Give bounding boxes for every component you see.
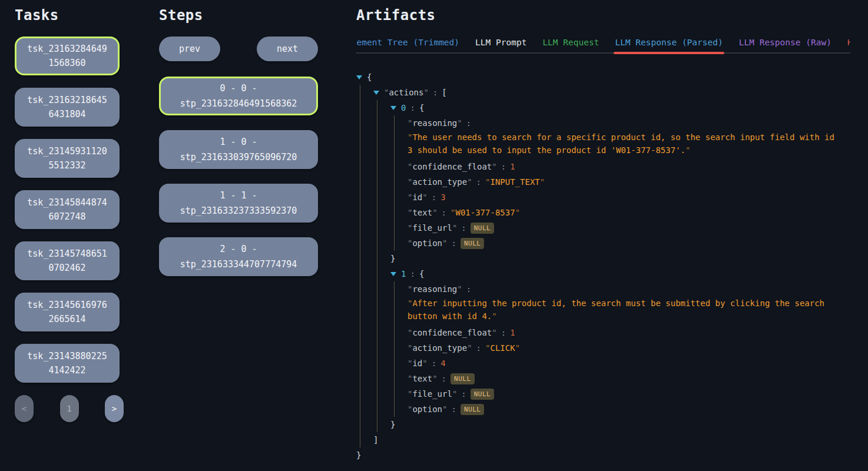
- pagination-next-button[interactable]: >: [105, 395, 124, 422]
- json-node: "id":4: [408, 356, 850, 371]
- json-toggle-row[interactable]: 1:{: [390, 266, 850, 281]
- json-children: 0:{"reasoning":"The user needs to search…: [377, 100, 850, 432]
- json-long-string-value: "The user needs to search for a specific…: [408, 131, 837, 157]
- json-leaf-row: "option":NULL: [408, 402, 850, 417]
- tasks-list: tsk_231632846491568360tsk_23163218645643…: [15, 37, 144, 383]
- collapse-triangle-icon[interactable]: [373, 91, 379, 95]
- json-node: "text":NULL: [408, 371, 850, 386]
- json-node: "file_url":NULL: [408, 220, 850, 236]
- tab-llm-prompt[interactable]: LLM Prompt: [475, 38, 526, 47]
- json-leaf-row: "id":4: [408, 356, 850, 371]
- task-button[interactable]: tsk_231457486510702462: [15, 241, 120, 280]
- tasks-panel: Tasks tsk_231632846491568360tsk_23163218…: [0, 0, 144, 471]
- json-leaf-row: "file_url":NULL: [408, 386, 850, 402]
- json-key: "file_url": [408, 388, 457, 400]
- artifacts-title: Artifacts: [356, 7, 850, 24]
- task-button[interactable]: tsk_231632846491568360: [15, 37, 120, 75]
- json-key: "text": [408, 207, 438, 218]
- json-children: "reasoning":"After inputting the product…: [394, 281, 850, 417]
- json-node: "confidence_float":1: [408, 325, 850, 340]
- json-node: "text":"W01-377-8537": [408, 205, 850, 220]
- json-node: 1:{"reasoning":"After inputting the prod…: [390, 266, 850, 432]
- json-node: "id":3: [408, 190, 850, 205]
- json-node: "action_type":"INPUT_TEXT": [408, 174, 850, 190]
- steps-panel: Steps prev next 0 - 0 - stp_231632846491…: [144, 0, 342, 471]
- json-toggle-row[interactable]: 0:{: [390, 100, 850, 115]
- steps-prev-button[interactable]: prev: [159, 37, 220, 61]
- json-node: {"actions":[0:{"reasoning":"The user nee…: [356, 69, 850, 463]
- tab-element-tree-trimmed[interactable]: Element Tree (Trimmed): [356, 38, 459, 47]
- json-leaf-row: "reasoning":: [408, 115, 850, 131]
- null-badge: NULL: [450, 373, 475, 384]
- json-leaf-row: "option":NULL: [408, 236, 850, 251]
- tasks-title: Tasks: [15, 7, 144, 24]
- json-toggle-row[interactable]: {: [356, 69, 850, 85]
- step-button[interactable]: 0 - 0 - stp_231632846491568362: [159, 77, 318, 115]
- json-number-value: 1: [510, 327, 515, 339]
- json-string-value: "W01-377-8537": [450, 207, 520, 218]
- json-long-string-value: "After inputting the product id, the sea…: [408, 297, 837, 323]
- json-close-row: ]: [373, 432, 850, 447]
- app-root: Tasks tsk_231632846491568360tsk_23163218…: [0, 0, 868, 471]
- steps-prevnext: prev next: [159, 37, 318, 61]
- task-button[interactable]: tsk_231459311205512332: [15, 139, 120, 178]
- json-close-row: }: [390, 417, 850, 432]
- json-node: "file_url":NULL: [408, 386, 850, 402]
- artifacts-panel: Artifacts Element Tree (Trimmed)LLM Prom…: [342, 0, 868, 471]
- json-close-row: }: [356, 447, 850, 463]
- null-badge: NULL: [460, 238, 485, 249]
- step-button[interactable]: 1 - 0 - stp_231633039765096720: [159, 130, 318, 169]
- tab-llm-response-parsed[interactable]: LLM Response (Parsed): [615, 38, 723, 47]
- task-button[interactable]: tsk_231458448746072748: [15, 190, 120, 229]
- json-key: "reasoning": [408, 117, 462, 129]
- json-array-index: 1: [401, 268, 406, 280]
- json-array-index: 0: [401, 102, 406, 114]
- null-badge: NULL: [460, 404, 485, 415]
- steps-title: Steps: [159, 7, 342, 24]
- json-leaf-row: "action_type":"INPUT_TEXT": [408, 174, 850, 190]
- collapse-triangle-icon[interactable]: [356, 75, 362, 79]
- json-leaf-row: "reasoning":: [408, 281, 850, 297]
- step-button[interactable]: 2 - 0 - stp_231633344707774794: [159, 237, 318, 276]
- json-key: "option": [408, 403, 447, 415]
- json-leaf-row: "file_url":NULL: [408, 220, 850, 236]
- json-string-value: "INPUT_TEXT": [485, 176, 545, 188]
- json-node: "confidence_float":1: [408, 159, 850, 174]
- json-node: "reasoning":"After inputting the product…: [408, 281, 850, 323]
- tabbar-baseline: [356, 52, 850, 54]
- json-tree-viewer: {"actions":[0:{"reasoning":"The user nee…: [356, 69, 850, 463]
- json-node: "actions":[0:{"reasoning":"The user need…: [373, 85, 850, 447]
- task-button[interactable]: tsk_231632186456431804: [15, 88, 120, 127]
- json-key: "reasoning": [408, 283, 462, 295]
- json-string-value: "CLICK": [485, 342, 520, 354]
- tab-html-raw[interactable]: Html (Raw): [847, 38, 850, 47]
- json-key: "file_url": [408, 222, 457, 234]
- json-key: "action_type": [408, 176, 472, 188]
- task-button[interactable]: tsk_231456169762665614: [15, 293, 120, 331]
- pagination-page-1-button[interactable]: 1: [60, 395, 79, 422]
- pagination-prev-button[interactable]: <: [15, 395, 34, 422]
- step-button[interactable]: 1 - 1 - stp_231633237333592370: [159, 184, 318, 223]
- tab-llm-response-raw[interactable]: LLM Response (Raw): [739, 38, 831, 47]
- tasks-pagination: < 1 >: [15, 395, 124, 422]
- tab-llm-request[interactable]: LLM Request: [542, 38, 599, 47]
- json-children: "actions":[0:{"reasoning":"The user need…: [360, 85, 850, 447]
- null-badge: NULL: [471, 223, 495, 234]
- null-badge: NULL: [471, 389, 495, 400]
- json-key: "actions": [384, 87, 429, 98]
- json-node: 0:{"reasoning":"The user needs to search…: [390, 100, 850, 266]
- collapse-triangle-icon[interactable]: [390, 106, 396, 110]
- json-children: "reasoning":"The user needs to search fo…: [394, 115, 850, 251]
- json-key: "option": [408, 237, 447, 249]
- steps-list: 0 - 0 - stp_2316328464915683621 - 0 - st…: [159, 77, 342, 276]
- steps-next-button[interactable]: next: [257, 37, 318, 61]
- json-toggle-row[interactable]: "actions":[: [373, 85, 850, 100]
- task-button[interactable]: tsk_231438802254142422: [15, 344, 120, 383]
- collapse-triangle-icon[interactable]: [390, 272, 396, 276]
- artifacts-tabbar: Element Tree (Trimmed)LLM PromptLLM Requ…: [356, 37, 850, 54]
- json-leaf-row: "text":NULL: [408, 371, 850, 386]
- json-number-value: 4: [440, 357, 445, 369]
- json-leaf-row: "id":3: [408, 190, 850, 205]
- json-key: "id": [408, 191, 428, 203]
- json-key: "action_type": [408, 342, 472, 354]
